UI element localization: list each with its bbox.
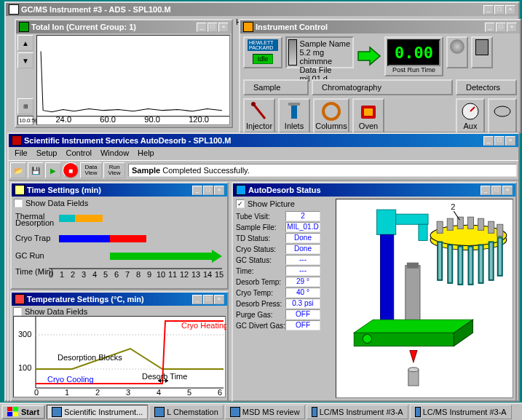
status-label: Time: xyxy=(236,267,285,275)
stop-button[interactable]: ■ xyxy=(63,162,79,178)
svg-rect-5 xyxy=(288,103,300,106)
status-label: TD Status: xyxy=(236,234,285,242)
svg-text:4: 4 xyxy=(92,270,97,279)
min-button[interactable]: _ xyxy=(483,5,494,15)
ad-titlebar[interactable]: AutoDesorb Status _□× xyxy=(233,183,515,197)
oven-icon xyxy=(358,101,379,122)
total-ion-titlebar[interactable]: Total Ion (Current Group: 1) _ □ × xyxy=(16,20,232,33)
tool-oven[interactable]: Oven xyxy=(352,98,384,133)
show-picture-checkbox[interactable]: Show Picture xyxy=(236,199,331,208)
tab-sample[interactable]: Sample xyxy=(243,79,309,95)
min-button[interactable]: _ xyxy=(197,23,207,32)
close-button[interactable]: × xyxy=(505,136,515,146)
taskbar-task[interactable]: MSD MS review xyxy=(225,405,305,419)
svg-text:6: 6 xyxy=(218,388,222,397)
svg-text:Cryo Cooling: Cryo Cooling xyxy=(47,375,94,384)
max-button[interactable]: □ xyxy=(494,136,505,146)
svg-marker-88 xyxy=(410,351,417,362)
tool-inlets[interactable]: Inlets xyxy=(278,98,310,133)
zoom-out-button[interactable]: ▼ xyxy=(17,52,33,68)
status-label: Desorb Temp: xyxy=(236,278,285,286)
close-button[interactable]: × xyxy=(218,23,229,32)
status-value: 40 ° xyxy=(285,288,320,298)
svg-rect-15 xyxy=(75,215,103,222)
svg-point-11 xyxy=(494,106,510,116)
taskbar-task[interactable]: LC/MS Instrument #3-A xyxy=(410,405,512,419)
min-button[interactable]: _ xyxy=(485,23,495,32)
ms-icon xyxy=(475,39,489,55)
svg-rect-71 xyxy=(457,217,463,229)
taskbar-task[interactable]: Scientific Instrument... xyxy=(47,405,148,419)
svg-marker-1 xyxy=(358,47,380,65)
open-button[interactable]: 📂 xyxy=(10,162,26,178)
min-button[interactable]: _ xyxy=(481,186,491,195)
run-button[interactable]: ▶ xyxy=(45,162,61,178)
close-button[interactable]: × xyxy=(214,186,224,195)
tool-button[interactable]: ⊞ xyxy=(17,98,33,114)
min-button[interactable]: _ xyxy=(483,136,494,146)
tool-aux[interactable]: Aux xyxy=(456,98,485,133)
svg-marker-21 xyxy=(212,250,222,263)
menu-help[interactable]: Help xyxy=(133,148,159,159)
total-ion-chart[interactable]: 24.0 60.0 90.0 120.0 xyxy=(36,35,230,125)
close-button[interactable]: × xyxy=(214,295,224,304)
svg-rect-69 xyxy=(437,221,443,233)
svg-text:1: 1 xyxy=(65,388,69,397)
task-icon xyxy=(154,407,165,417)
sis-titlebar[interactable]: Scientific Instrument Services AutoDesor… xyxy=(9,134,518,147)
inlets-icon xyxy=(284,101,304,122)
close-button[interactable]: × xyxy=(502,186,513,195)
save-button[interactable]: 💾 xyxy=(28,162,44,178)
close-button[interactable]: × xyxy=(505,5,515,15)
tool-injector[interactable]: Injector xyxy=(243,98,275,133)
start-button[interactable]: Start xyxy=(1,405,45,419)
sis-autodesorb-window: Scientific Instrument Services AutoDesor… xyxy=(7,132,520,402)
detector-button-1[interactable] xyxy=(446,36,468,68)
svg-rect-79 xyxy=(396,214,428,224)
max-button[interactable]: □ xyxy=(494,5,505,15)
menu-file[interactable]: File xyxy=(10,148,32,159)
menu-setup[interactable]: Setup xyxy=(32,148,62,159)
gcms-titlebar[interactable]: GC/MS Instrument #3 - ADS - SPL100.M _ □… xyxy=(6,3,518,16)
detector-button-2[interactable] xyxy=(471,36,493,68)
svg-text:1: 1 xyxy=(60,270,64,279)
show-data-fields-checkbox[interactable]: Show Data Fields xyxy=(14,199,225,207)
svg-text:GC Run: GC Run xyxy=(15,251,44,260)
data-view-button[interactable]: Data View xyxy=(80,162,102,178)
task-icon xyxy=(312,407,317,417)
sis-icon xyxy=(12,135,22,146)
svg-rect-83 xyxy=(407,263,419,269)
zoom-in-button[interactable]: ▲ xyxy=(17,35,33,51)
max-button[interactable]: □ xyxy=(496,23,506,32)
run-view-button[interactable]: Run View xyxy=(103,162,125,178)
min-button[interactable]: _ xyxy=(192,295,202,304)
menu-window[interactable]: Window xyxy=(96,148,133,159)
status-row: Cryo Status:Done xyxy=(236,244,331,254)
hp-logo-button[interactable]: HEWLETT PACKARD Idle xyxy=(243,36,282,68)
menu-control[interactable]: Control xyxy=(61,148,95,159)
max-button[interactable]: □ xyxy=(203,295,213,304)
svg-rect-17 xyxy=(59,235,110,242)
close-button[interactable]: × xyxy=(507,23,517,32)
min-button[interactable]: _ xyxy=(192,186,202,195)
tab-detectors[interactable]: Detectors xyxy=(456,79,517,95)
cylinder-icon xyxy=(492,101,513,122)
taskbar-task[interactable]: LC/MS Instrument #3-A xyxy=(307,405,408,419)
show-data-fields-checkbox[interactable]: Show Data Fields xyxy=(13,307,226,316)
ic-titlebar[interactable]: Instrument Control _ □ × xyxy=(240,20,520,33)
temp-settings-titlebar[interactable]: Temperature Settings (°C, min) _□× xyxy=(12,293,227,306)
instrument-diagram: 2 xyxy=(336,199,513,398)
tool-extra[interactable] xyxy=(488,98,517,133)
svg-text:6: 6 xyxy=(114,270,119,279)
max-button[interactable]: □ xyxy=(203,186,213,195)
hp-label: HEWLETT PACKARD xyxy=(248,39,278,51)
max-button[interactable]: □ xyxy=(207,23,218,32)
status-label: Cryo Status: xyxy=(236,245,285,253)
vial-icon xyxy=(288,39,297,66)
taskbar-task[interactable]: L Chemstation xyxy=(149,405,224,419)
tab-chromatography[interactable]: Chromatography xyxy=(312,79,453,95)
time-settings-titlebar[interactable]: Time Settings (min) _□× xyxy=(12,183,227,197)
tool-columns[interactable]: Columns xyxy=(313,98,349,133)
status-value: OFF xyxy=(285,309,320,320)
max-button[interactable]: □ xyxy=(491,186,502,195)
